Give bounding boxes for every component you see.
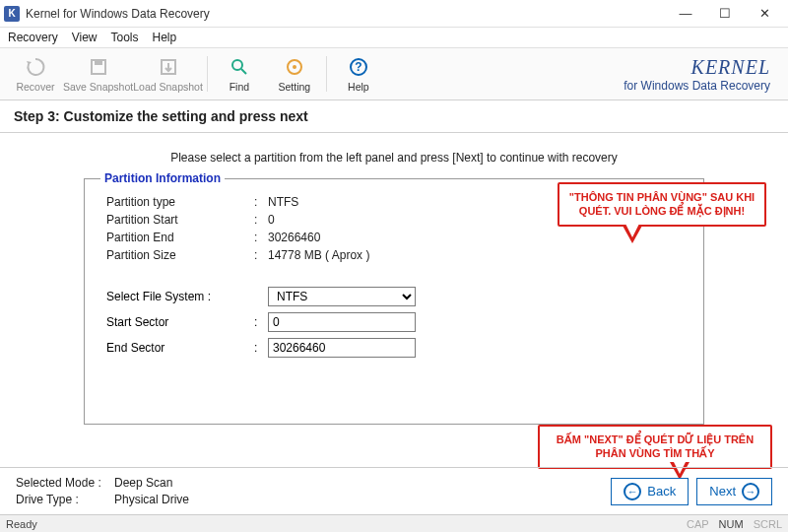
window-title: Kernel for Windows Data Recovery: [26, 7, 666, 21]
find-icon: [228, 55, 251, 79]
find-button[interactable]: Find: [212, 49, 267, 99]
svg-point-6: [293, 65, 296, 69]
recover-icon: [24, 55, 47, 79]
instruction-text: Please select a partition from the left …: [12, 151, 776, 165]
info-row-end: Partition End: 30266460: [106, 229, 690, 246]
status-num: NUM: [719, 518, 744, 530]
svg-rect-1: [95, 60, 102, 65]
app-icon: K: [4, 6, 20, 22]
setting-button[interactable]: Setting: [267, 49, 322, 99]
maximize-button[interactable]: ☐: [705, 0, 745, 28]
start-sector-input[interactable]: [268, 312, 416, 332]
arrow-right-icon: →: [742, 483, 759, 500]
status-ready: Ready: [6, 518, 37, 530]
callout-next: BẤM "NEXT" ĐỂ QUÉT DỮ LIỆU TRÊN PHÂN VÙN…: [538, 425, 772, 469]
minimize-button[interactable]: —: [666, 0, 705, 28]
filesystem-select[interactable]: NTFS: [268, 287, 416, 306]
info-row-size: Partition Size: 14778 MB ( Aprox ): [106, 246, 690, 264]
load-snapshot-icon: [157, 55, 180, 79]
footer-bar: Selected Mode :Deep Scan Drive Type :Phy…: [0, 467, 788, 514]
callout-partition-info: "THÔNG TIN PHÂN VÙNG" SAU KHI QUÉT. VUI …: [558, 182, 766, 227]
partition-form: Select File System : NTFS Start Sector: …: [106, 284, 690, 361]
menu-help[interactable]: Help: [153, 31, 177, 44]
title-bar: K Kernel for Windows Data Recovery — ☐ ✕: [0, 0, 788, 28]
load-snapshot-button: Load Snapshot: [133, 49, 203, 99]
save-snapshot-button: Save Snapshot: [63, 49, 133, 99]
next-button[interactable]: Next →: [696, 478, 772, 505]
svg-point-3: [232, 60, 242, 70]
end-sector-input[interactable]: [268, 338, 416, 358]
footer-info: Selected Mode :Deep Scan Drive Type :Phy…: [16, 475, 189, 508]
step-title: Step 3: Customize the setting and press …: [0, 100, 788, 133]
fieldset-legend: Partition Information: [100, 171, 225, 185]
arrow-left-icon: ←: [624, 483, 641, 500]
svg-line-4: [241, 69, 246, 74]
status-bar: Ready CAP NUM SCRL: [0, 514, 788, 532]
toolbar-separator: [207, 56, 208, 92]
back-button[interactable]: ← Back: [611, 478, 689, 505]
brand-name: KERNEL: [624, 56, 770, 79]
callout-tail-icon: [623, 226, 642, 243]
menu-tools[interactable]: Tools: [110, 31, 138, 44]
toolbar-separator: [326, 56, 327, 92]
status-cap: CAP: [687, 518, 709, 530]
menu-recovery[interactable]: Recovery: [8, 31, 58, 44]
menu-view[interactable]: View: [72, 31, 98, 44]
status-scrl: SCRL: [754, 518, 782, 530]
save-snapshot-icon: [87, 55, 110, 79]
content-area: Please select a partition from the left …: [0, 133, 788, 486]
form-row-start-sector: Start Sector:: [106, 309, 690, 335]
brand: KERNEL for Windows Data Recovery: [624, 56, 770, 93]
close-button[interactable]: ✕: [745, 0, 784, 28]
toolbar: Recover Save Snapshot Load Snapshot Find…: [0, 47, 788, 100]
brand-tagline: for Windows Data Recovery: [624, 79, 770, 93]
form-row-filesystem: Select File System : NTFS: [106, 284, 690, 309]
svg-text:?: ?: [355, 60, 361, 74]
form-row-end-sector: End Sector:: [106, 335, 690, 361]
help-button[interactable]: ? Help: [331, 49, 386, 99]
recover-button: Recover: [8, 49, 63, 99]
menu-bar: Recovery View Tools Help: [0, 28, 788, 47]
setting-icon: [283, 55, 306, 79]
help-icon: ?: [347, 55, 370, 79]
